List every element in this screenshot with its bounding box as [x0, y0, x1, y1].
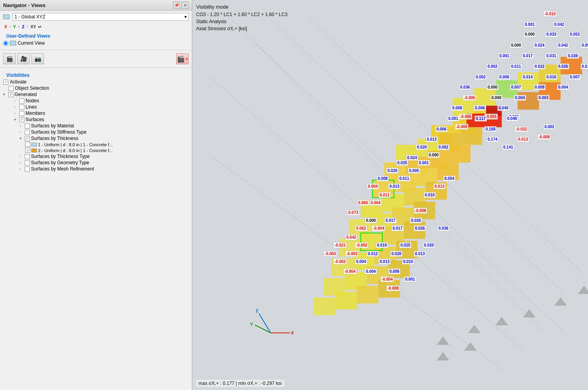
stress-val-62: 0.008: [377, 176, 389, 181]
stress-val-100: -0.004: [380, 276, 394, 282]
surfaces-thickness-chevron: ▾: [20, 136, 24, 140]
svg-rect-33: [461, 127, 482, 145]
stress-val-61: 0.005: [408, 168, 420, 174]
camera-view-button[interactable]: 📷: [31, 53, 44, 64]
stress-type-label: Axial Stresses σX,+ [ksi]: [196, 25, 288, 32]
surfaces-checkbox[interactable]: [19, 117, 24, 122]
stress-val-50: 0.013: [426, 136, 438, 142]
generated-label: Generated: [15, 92, 37, 97]
vis-info-block: Visibility mode CO3 - 1.20 * LC1 + 1.60 …: [196, 3, 288, 32]
surfaces-row[interactable]: ▾ Surfaces: [3, 116, 189, 123]
activate-checkbox[interactable]: [3, 80, 8, 85]
stress-val-49: -0.008: [537, 134, 551, 140]
surfaces-stiffness-label: Surfaces by Stiffness Type: [31, 129, 87, 135]
stress-val-38: -0.005: [459, 114, 472, 120]
thickness-item1-row[interactable]: 1 - Uniform | d : 8.0 in | 1 - Concrete …: [3, 141, 189, 147]
surfaces-mesh-row[interactable]: › Surfaces by Mesh Refinement: [3, 166, 189, 172]
stress-val-52: 0.013: [517, 136, 529, 142]
camera-add-button[interactable]: 🎬: [3, 53, 16, 64]
stress-val-89: -0.003: [345, 251, 359, 257]
stress-val-72: -0.008: [414, 208, 427, 214]
members-row[interactable]: › Members: [3, 110, 189, 116]
surfaces-geometry-row[interactable]: › Surfaces by Geometry Type: [3, 160, 189, 166]
view-color-swatch: [3, 15, 9, 19]
stress-val-78: -0.004: [372, 225, 385, 231]
axis-xyz-button[interactable]: XY: [29, 24, 37, 29]
stress-val-80: 0.026: [414, 225, 426, 231]
lines-row[interactable]: › Lines: [3, 104, 189, 110]
stress-val-27: 0.000: [486, 84, 499, 90]
generated-checkbox[interactable]: [8, 92, 13, 97]
object-selection-row[interactable]: Object Selection: [3, 85, 189, 91]
stress-val-7: 0.000: [510, 42, 522, 48]
thickness-item1-checkbox[interactable]: [25, 142, 30, 147]
members-checkbox[interactable]: [19, 111, 24, 116]
stress-val-66: 0.013: [388, 183, 400, 189]
surfaces-material-row[interactable]: › Surfaces by Material: [3, 123, 189, 129]
camera-delete-button[interactable]: 🎬 ✕: [176, 53, 189, 64]
generated-row[interactable]: ▾ Generated: [3, 91, 189, 98]
svg-rect-63: [335, 292, 357, 309]
stress-val-9: 0.042: [557, 42, 569, 48]
stress-val-94: 0.004: [355, 259, 367, 265]
stress-val-16: 0.002: [486, 63, 499, 69]
stress-val-1: -0.010: [543, 11, 557, 17]
camera-edit-button[interactable]: 🎥: [17, 53, 30, 64]
surfaces-thickness-row[interactable]: ▾ Surfaces by Thickness: [3, 135, 189, 141]
thickness-item2-checkbox[interactable]: [25, 148, 30, 153]
stress-val-42: 0.117: [475, 116, 487, 122]
user-defined-views-label: User-Defined Views: [3, 32, 189, 40]
object-selection-checkbox[interactable]: [9, 86, 14, 91]
nodes-row[interactable]: › Nodes: [3, 98, 189, 104]
svg-text:Z: Z: [256, 308, 259, 313]
stress-val-84: -0.002: [355, 242, 368, 248]
view-dropdown[interactable]: 1 - Global XYZ ▾: [13, 13, 189, 21]
surfaces-mesh-chevron: ›: [20, 167, 24, 171]
pin-button[interactable]: 📌: [173, 2, 180, 9]
stress-val-34: 0.003: [537, 95, 550, 101]
stress-val-60: 0.020: [386, 168, 399, 174]
stress-val-44: -0.005: [455, 124, 468, 130]
surfaces-thickness-checkbox[interactable]: [25, 136, 30, 141]
surfaces-material-checkbox[interactable]: [25, 123, 30, 129]
panel-header-controls: 📌 ✕: [173, 2, 189, 9]
lines-checkbox[interactable]: [19, 105, 24, 110]
stress-val-87: 0.020: [423, 242, 435, 248]
svg-rect-62: [314, 297, 335, 315]
stress-val-70: 0.060: [357, 200, 369, 206]
stress-val-13: 0.031: [545, 53, 557, 59]
stress-val-55: 0.141: [502, 144, 514, 150]
axis-z-button[interactable]: Z: [21, 24, 26, 29]
axis-x-button[interactable]: X: [3, 24, 8, 29]
surfaces-stiffness-checkbox[interactable]: [25, 130, 30, 135]
svg-text:Y: Y: [250, 322, 253, 327]
stress-val-5: 0.033: [545, 31, 557, 37]
current-view-radio[interactable]: [3, 41, 8, 46]
stress-val-32: 0.000: [490, 95, 502, 101]
stress-val-96: 0.010: [402, 259, 414, 265]
axis-separator-1: ↑: [9, 25, 11, 29]
stress-val-19: 0.026: [557, 63, 569, 69]
stress-val-98: 0.004: [365, 268, 377, 274]
thickness-item2-row[interactable]: 2 - Uniform | d : 8.0 in | 1 - Concrete …: [3, 147, 189, 153]
close-button[interactable]: ✕: [182, 2, 189, 9]
navigator-panel: Navigator - Views 📌 ✕ 1 - Global XYZ ▾ X…: [0, 0, 192, 390]
axis-y-button[interactable]: Y: [12, 24, 17, 29]
surfaces-geometry-checkbox[interactable]: [25, 160, 30, 165]
stress-val-45: 0.002: [543, 124, 555, 130]
stress-val-99: 0.006: [388, 268, 400, 274]
surfaces-stiffness-row[interactable]: › Surfaces by Stiffness Type: [3, 129, 189, 135]
axis-arrow: ⇄: [38, 25, 41, 29]
current-view-row: Current View: [3, 40, 189, 47]
surfaces-mesh-checkbox[interactable]: [25, 167, 30, 172]
surfaces-thickness-type-row[interactable]: › Surfaces by Thickness Type: [3, 153, 189, 160]
analysis-label: Static Analysis: [196, 18, 288, 25]
surfaces-thickness-type-checkbox[interactable]: [25, 154, 30, 159]
nodes-checkbox[interactable]: [19, 98, 24, 103]
activate-label: Activate: [10, 79, 27, 85]
chevron-down-icon: ▾: [184, 14, 187, 20]
stress-val-2: 0.001: [524, 22, 536, 27]
stress-val-86: 0.025: [399, 242, 411, 248]
stress-val-102: -0.008: [386, 285, 400, 291]
stress-val-85: 0.019: [376, 242, 388, 248]
